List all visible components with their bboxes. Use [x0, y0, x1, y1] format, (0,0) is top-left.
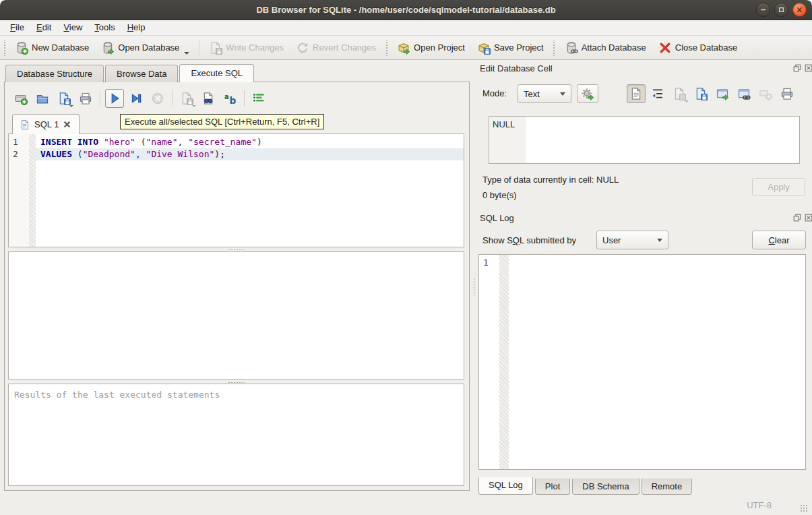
tab-remote[interactable]: Remote [642, 479, 693, 495]
tab-database-structure[interactable]: Database Structure [5, 65, 104, 82]
execute-tooltip: Execute all/selected SQL [Ctrl+Return, F… [120, 114, 324, 129]
revert-changes-button[interactable]: Revert Changes [290, 38, 382, 57]
save-cell-button[interactable] [670, 84, 689, 103]
close-button[interactable] [792, 3, 807, 17]
maximize-button[interactable] [774, 3, 788, 17]
save-cell-icon [673, 87, 686, 100]
float-icon[interactable] [792, 63, 802, 73]
sql-log-view[interactable]: 1 [478, 254, 806, 470]
close-database-button[interactable]: Close Database [652, 38, 744, 57]
open-sql-tab-icon [14, 92, 28, 105]
open-project-icon [397, 41, 410, 55]
sql-toolbar: ab [10, 86, 270, 111]
execute-line-button[interactable] [127, 89, 146, 108]
open-database-button[interactable]: Open Database [95, 38, 195, 57]
apply-button[interactable]: Apply [752, 178, 805, 196]
print-button[interactable] [76, 89, 95, 108]
find-button[interactable] [199, 89, 218, 108]
execute-all-icon [108, 92, 121, 105]
format-sql-button[interactable] [249, 89, 268, 108]
set-null-icon [759, 87, 772, 100]
format-sql-icon [252, 92, 266, 105]
toolbar-handle[interactable] [2, 40, 7, 56]
splitter-handle[interactable] [470, 82, 477, 491]
menu-file[interactable]: File [4, 20, 30, 35]
minimize-icon [759, 5, 768, 14]
cell-value: NULL [493, 119, 515, 129]
edit-cell-toolbar [625, 82, 798, 106]
resize-grip-icon[interactable] [800, 504, 808, 512]
print-button[interactable] [778, 84, 797, 103]
execute-all-button[interactable] [105, 89, 124, 108]
document-text-button[interactable] [627, 84, 646, 103]
tab-browse-data[interactable]: Browse Data [105, 65, 178, 82]
toolbar-separator [199, 40, 199, 56]
sql-file-icon [20, 119, 30, 130]
link-icon [737, 87, 751, 100]
stop-button[interactable] [148, 89, 167, 108]
minimize-button[interactable] [756, 3, 770, 17]
dock-close-icon[interactable] [804, 213, 812, 222]
save-results-button[interactable] [177, 89, 196, 108]
sql-editor[interactable]: 12 INSERT INTO "hero" ("name", "secret_n… [8, 133, 464, 247]
encoding-indicator: UTF-8 [747, 500, 772, 510]
open-project-button[interactable]: Open Project [391, 38, 471, 57]
tab-execute-sql[interactable]: Execute SQL [179, 64, 254, 82]
line-number: 2 [9, 148, 29, 160]
sql-document-tab[interactable]: SQL 1 [12, 114, 80, 134]
mode-label: Mode: [482, 88, 507, 98]
save-as-button[interactable] [691, 84, 710, 103]
stop-icon [151, 92, 164, 105]
tab-db-schema[interactable]: DB Schema [572, 479, 639, 495]
menu-tools[interactable]: Tools [88, 20, 121, 35]
dropdown-caret-icon[interactable] [184, 52, 189, 55]
toolbar-handle[interactable] [552, 40, 557, 56]
import-mode-icon [581, 87, 594, 100]
toolbar-handle[interactable] [384, 40, 389, 56]
open-sql-file-button[interactable] [33, 89, 52, 108]
menu-view[interactable]: View [57, 20, 88, 35]
save-as-icon [694, 87, 708, 100]
edit-cell-dock-buttons [792, 63, 812, 73]
cell-type-text: Type of data currently in cell: NULL [482, 175, 619, 185]
results-message-panel: Results of the last executed statements [8, 384, 464, 486]
save-sql-file-icon [57, 92, 71, 105]
word-wrap-icon [651, 87, 664, 100]
tab-plot[interactable]: Plot [535, 479, 570, 495]
menu-help[interactable]: Help [121, 20, 152, 35]
line-number: 1 [479, 257, 499, 269]
tab-sql-log[interactable]: SQL Log [478, 477, 533, 495]
window-title: DB Browser for SQLite - /home/user/code/… [256, 5, 555, 15]
chevron-down-icon [560, 92, 565, 96]
sql-code-area[interactable]: INSERT INTO "hero" ("name", "secret_name… [36, 134, 464, 247]
line-number-gutter: 1 [479, 255, 499, 469]
mode-combobox[interactable]: Text [518, 84, 571, 103]
close-tab-icon[interactable] [63, 120, 72, 129]
menu-edit[interactable]: Edit [30, 20, 57, 35]
dropdown-caret-icon [69, 105, 73, 107]
dock-close-icon[interactable] [804, 63, 812, 73]
cell-editor[interactable]: NULL [489, 116, 800, 164]
open-sql-tab-button[interactable] [11, 89, 30, 108]
dropdown-caret-icon [685, 100, 689, 102]
float-icon[interactable] [792, 213, 802, 222]
toolbar-separator [244, 90, 245, 107]
save-project-button[interactable]: Save Project [471, 38, 550, 57]
main-toolbar: New DatabaseOpen DatabaseWrite ChangesRe… [0, 36, 812, 60]
sql-log-filter-combobox[interactable]: User [596, 231, 668, 249]
set-null-button[interactable] [756, 84, 775, 103]
write-changes-button[interactable]: Write Changes [203, 38, 290, 57]
editor-line: VALUES ("Deadpond", "Dive Wilson"); [36, 148, 464, 160]
link-button[interactable] [735, 84, 753, 103]
clear-button[interactable]: Clear [752, 231, 806, 249]
attach-database-button[interactable]: Attach Database [559, 38, 652, 57]
fold-margin [29, 134, 36, 247]
find-replace-button[interactable]: ab [220, 89, 239, 108]
titlebar: DB Browser for SQLite - /home/user/code/… [0, 0, 812, 20]
word-wrap-button[interactable] [648, 84, 667, 103]
auto-mode-button[interactable] [577, 84, 598, 103]
new-database-button[interactable]: New Database [9, 38, 95, 57]
save-sql-file-button[interactable] [55, 89, 73, 108]
open-external-button[interactable] [713, 84, 732, 103]
splitter-handle[interactable] [8, 247, 464, 251]
